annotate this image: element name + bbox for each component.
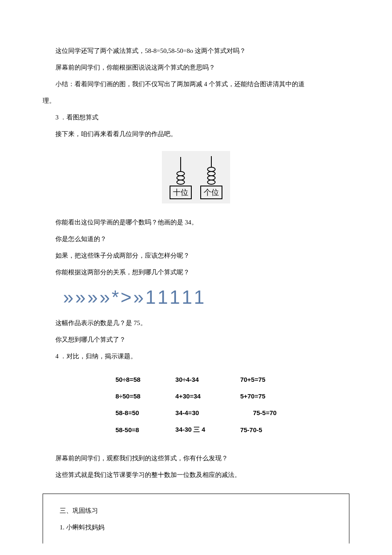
paragraph: 你又想到哪几个算式了？ [43, 331, 349, 348]
abacus-label-ones: 个位 [200, 186, 222, 199]
paragraph: 屏幕前的同学们，你能根据图说说这两个算式的意思吗？ [43, 59, 349, 76]
equation-cell: 75-70-5 [223, 421, 294, 438]
paragraph: 理。 [43, 93, 349, 109]
abacus: 十位 个位 [162, 151, 230, 203]
table-row: 58-50=8 34-30 三 4 75-70-5 [98, 421, 294, 438]
paragraph: 屏幕前的同学们，观察我们找到的这些算式，你有什么发现？ [43, 450, 349, 467]
table-row: 50÷8=58 30÷4-34 70+5=75 [98, 372, 294, 387]
paragraph: 你能看出这位同学画的是哪个数吗？他画的是 34。 [43, 214, 349, 231]
document-page: 这位同学还写了两个减法算式，58-8=50,58-50=8o 这两个算式对吗？ … [0, 0, 392, 555]
equation-cell: 34-30 三 4 [159, 421, 222, 438]
footer-box: 三、巩固练习 1. 小蝌蚪找妈妈 [43, 494, 349, 543]
equation-cell: 8÷50=58 [98, 388, 158, 404]
equation-cell: 50÷8=58 [98, 372, 158, 387]
equation-cell: 58-50=8 [98, 421, 158, 438]
abacus-rod-tens: 十位 [170, 157, 192, 199]
list-heading: 3 ．看图想算式 [43, 109, 349, 126]
abacus-label-tens: 十位 [170, 186, 192, 199]
section-heading: 三、巩固练习 [53, 503, 339, 519]
equation-cell: 58-8=50 [98, 405, 158, 421]
equation-cell: 4+30=34 [159, 388, 222, 404]
paragraph: 你能根据这两部分的关系，想到哪几个算式呢？ [43, 264, 349, 281]
artwork-line: »»»»*>»11111 [63, 287, 349, 308]
table-row: 8÷50=58 4+30=34 5+70=75 [98, 388, 294, 404]
paragraph: 你是怎么知道的？ [43, 231, 349, 247]
equation-cell: 5+70=75 [223, 388, 294, 404]
equation-cell: 75-5=70 [223, 405, 294, 421]
equation-table: 50÷8=58 30÷4-34 70+5=75 8÷50=58 4+30=34 … [98, 371, 294, 439]
paragraph: 这些算式就是我们这节课要学习的整十数加一位数及相应的减法。 [43, 467, 349, 483]
table-row: 58-8=50 34-4=30 75-5=70 [98, 405, 294, 421]
paragraph: 这位同学还写了两个减法算式，58-8=50,58-50=8o 这两个算式对吗？ [43, 43, 349, 59]
abacus-stick [211, 156, 212, 168]
paragraph: 小结：看着同学们画的图，我们不仅写出了两加两减 4 个算式，还能结合图讲清其中的… [43, 76, 349, 93]
equation-cell: 70+5=75 [223, 372, 294, 387]
abacus-figure: 十位 个位 [43, 151, 349, 203]
paragraph: 如果，把这些珠子分成两部分，应该怎样分呢？ [43, 247, 349, 264]
equation-cell: 30÷4-34 [159, 372, 222, 387]
paragraph: 接下来，咱们再来看看几位同学的作品吧。 [43, 126, 349, 142]
abacus-rod-ones: 个位 [200, 156, 222, 199]
list-item: 1. 小蝌蚪找妈妈 [53, 519, 339, 536]
equation-cell: 34-4=30 [159, 405, 222, 421]
paragraph: 这幅作品表示的数是几？是 75。 [43, 315, 349, 331]
abacus-bead [176, 180, 185, 185]
abacus-bead [207, 180, 216, 185]
list-heading: 4 ．对比，归纳，揭示课题。 [43, 348, 349, 365]
abacus-stick [180, 157, 181, 172]
